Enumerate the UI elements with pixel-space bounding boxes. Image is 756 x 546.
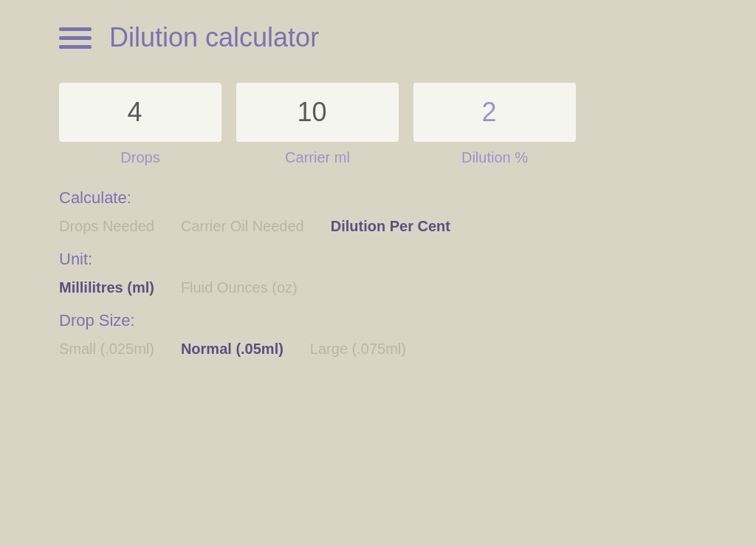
- header: Dilution calculator: [59, 22, 697, 53]
- calculate-option-drops-needed[interactable]: Drops Needed: [59, 218, 154, 235]
- drop-size-options: Small (.025ml) Normal (.05ml) Large (.07…: [59, 341, 697, 358]
- calculate-options: Drops Needed Carrier Oil Needed Dilution…: [59, 218, 697, 235]
- drop-size-section: Drop Size: Small (.025ml) Normal (.05ml)…: [59, 311, 697, 358]
- carrier-ml-input[interactable]: [236, 83, 399, 142]
- dilution-pct-group: Dilution %: [413, 83, 576, 166]
- calculate-title: Calculate:: [59, 188, 697, 208]
- dilution-pct-label: Dilution %: [461, 149, 528, 166]
- calculate-option-carrier-oil[interactable]: Carrier Oil Needed: [181, 218, 304, 235]
- drop-size-title: Drop Size:: [59, 311, 697, 330]
- drop-size-option-normal[interactable]: Normal (.05ml): [181, 341, 284, 358]
- unit-section: Unit: Millilitres (ml) Fluid Ounces (oz): [59, 250, 697, 296]
- carrier-ml-group: Carrier ml: [236, 83, 399, 166]
- drop-size-option-small[interactable]: Small (.025ml): [59, 341, 154, 358]
- carrier-ml-label: Carrier ml: [285, 149, 350, 166]
- app-title: Dilution calculator: [109, 22, 319, 53]
- unit-option-ml[interactable]: Millilitres (ml): [59, 279, 154, 296]
- input-row: Drops Carrier ml Dilution %: [59, 83, 697, 166]
- calculate-section: Calculate: Drops Needed Carrier Oil Need…: [59, 188, 697, 235]
- drops-label: Drops: [120, 149, 159, 166]
- drops-input[interactable]: [59, 83, 221, 142]
- calculate-option-dilution-per-cent[interactable]: Dilution Per Cent: [331, 218, 450, 235]
- unit-title: Unit:: [59, 250, 697, 269]
- hamburger-icon[interactable]: [59, 27, 92, 49]
- dilution-pct-input[interactable]: [413, 83, 576, 142]
- drop-size-option-large[interactable]: Large (.075ml): [310, 341, 406, 358]
- unit-option-oz[interactable]: Fluid Ounces (oz): [181, 279, 298, 296]
- drops-group: Drops: [59, 83, 221, 166]
- unit-options: Millilitres (ml) Fluid Ounces (oz): [59, 279, 697, 296]
